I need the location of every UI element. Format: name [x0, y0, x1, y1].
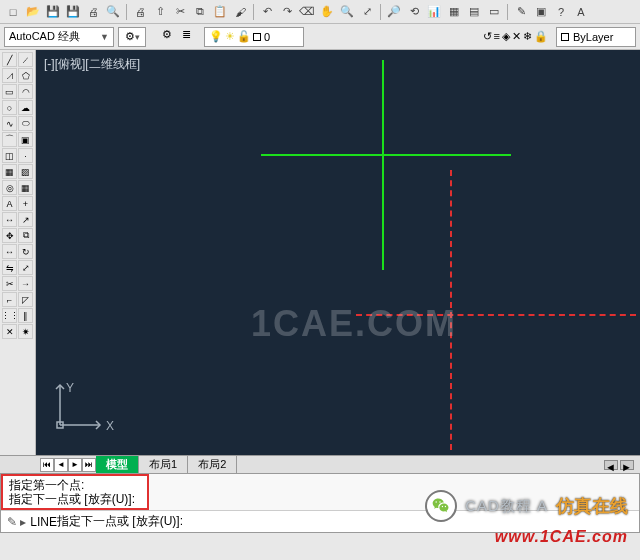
horizontal-scrollbar[interactable]: ◄ ► [604, 460, 634, 470]
print-button[interactable]: 🖨 [84, 3, 102, 21]
gear-button[interactable]: ⚙ [162, 28, 180, 46]
match-button[interactable]: 🖌 [231, 3, 249, 21]
new-button[interactable]: □ [4, 3, 22, 21]
print-preview-button[interactable]: 🔍 [104, 3, 122, 21]
erase-tool[interactable]: ✕ [2, 324, 17, 339]
overlay-branding: CAD教程 A 仿真在线 [425, 490, 628, 522]
open-button[interactable]: 📂 [24, 3, 42, 21]
rotate-tool[interactable]: ↻ [18, 244, 33, 259]
add-selected-tool[interactable]: + [18, 196, 33, 211]
layer-dropdown[interactable]: 💡 ☀ 🔓 0 [204, 27, 304, 47]
extend-tool[interactable]: → [18, 276, 33, 291]
tab-nav-last[interactable]: ⏭ [82, 458, 96, 472]
mtext-tool[interactable]: A [2, 196, 17, 211]
offset-tool[interactable]: ∥ [18, 308, 33, 323]
scale-tool[interactable]: ⤢ [18, 260, 33, 275]
undo-button[interactable]: ↶ [258, 3, 276, 21]
ellipse-tool[interactable]: ⬭ [18, 116, 33, 131]
linetype-label: ByLayer [573, 31, 613, 43]
insert-block-tool[interactable]: ▣ [18, 132, 33, 147]
erase-icon: ✕ [6, 327, 14, 337]
fillet-tool[interactable]: ⌐ [2, 292, 17, 307]
plot-button[interactable]: 🖨 [131, 3, 149, 21]
tab-nav-next[interactable]: ► [68, 458, 82, 472]
viewport-label[interactable]: [-][俯视][二维线框] [44, 56, 140, 73]
layer-freeze-button[interactable]: ❄ [523, 30, 532, 43]
spline-tool[interactable]: ∿ [2, 116, 17, 131]
save-as-icon: 💾 [66, 5, 80, 18]
ellipse-arc-tool[interactable]: ⌒ [2, 132, 17, 147]
layer-lock-button[interactable]: 🔒 [534, 30, 548, 43]
calculator-button[interactable]: ▣ [532, 3, 550, 21]
scroll-right-icon[interactable]: ► [620, 460, 634, 470]
redo-button[interactable]: ↷ [278, 3, 296, 21]
explode-tool[interactable]: ✷ [18, 324, 33, 339]
mirror-icon: ⇋ [6, 263, 14, 273]
trim-tool[interactable]: ✂ [2, 276, 17, 291]
polygon-tool[interactable]: ⬠ [18, 68, 33, 83]
scroll-left-icon[interactable]: ◄ [604, 460, 618, 470]
mirror-tool[interactable]: ⇋ [2, 260, 17, 275]
tab-nav-first[interactable]: ⏮ [40, 458, 54, 472]
arc-tool[interactable]: ◠ [18, 84, 33, 99]
arc-icon: ◠ [22, 87, 30, 97]
multileader-tool[interactable]: ↗ [18, 212, 33, 227]
layer-states-button[interactable]: ≡ [494, 30, 500, 43]
polyline-tool[interactable]: ⩘ [2, 68, 17, 83]
layer-manager-button[interactable]: ≣ [182, 28, 200, 46]
rectangle-tool[interactable]: ▭ [2, 84, 17, 99]
layout-tabs-bar: ⏮◄►⏭ 模型布局1布局2 ◄ ► [0, 455, 640, 473]
properties-button[interactable]: 📊 [425, 3, 443, 21]
ucs-icon: Y X [50, 375, 110, 437]
layer-prev-button[interactable]: ↺ [483, 30, 492, 43]
sheet-set-button[interactable]: ▭ [485, 3, 503, 21]
gear-icon: ⚙ [162, 28, 172, 40]
help-button[interactable]: ? [552, 3, 570, 21]
save-as-button[interactable]: 💾 [64, 3, 82, 21]
publish-button[interactable]: ⇧ [151, 3, 169, 21]
layout-tab-2[interactable]: 布局2 [188, 456, 237, 473]
copy-button[interactable]: ⧉ [191, 3, 209, 21]
line-tool[interactable]: ╱ [2, 52, 17, 67]
point-tool[interactable]: · [18, 148, 33, 163]
copy-tool[interactable]: ⧉ [18, 228, 33, 243]
workspace-dropdown[interactable]: AutoCAD 经典 ▼ [4, 27, 114, 47]
layer-iso-button[interactable]: ◈ [502, 30, 510, 43]
drawing-canvas[interactable]: [-][俯视][二维线框] 1CAE.COM Y X [36, 50, 640, 455]
undo-icon: ↶ [263, 5, 272, 18]
save-button[interactable]: 💾 [44, 3, 62, 21]
tool-palettes-button[interactable]: ▤ [465, 3, 483, 21]
tab-nav: ⏮◄►⏭ [40, 458, 96, 472]
move-tool[interactable]: ✥ [2, 228, 17, 243]
eraser-button[interactable]: ⌫ [298, 3, 316, 21]
hatch-tool[interactable]: ▦ [2, 164, 17, 179]
dimension-tool[interactable]: ↔ [2, 212, 17, 227]
text-style-button[interactable]: A [572, 3, 590, 21]
zoom-window-button[interactable]: 🔍 [338, 3, 356, 21]
zoom-prev-button[interactable]: ⟲ [405, 3, 423, 21]
cut-button[interactable]: ✂ [171, 3, 189, 21]
region-tool[interactable]: ◎ [2, 180, 17, 195]
tab-nav-prev[interactable]: ◄ [54, 458, 68, 472]
layout-tab-1[interactable]: 布局1 [139, 456, 188, 473]
paste-button[interactable]: 📋 [211, 3, 229, 21]
zoom-realtime-button[interactable]: 🔎 [385, 3, 403, 21]
gradient-tool[interactable]: ▨ [18, 164, 33, 179]
trim-icon: ✂ [6, 279, 14, 289]
circle-tool[interactable]: ○ [2, 100, 17, 115]
revision-cloud-tool[interactable]: ☁ [18, 100, 33, 115]
array-tool[interactable]: ⋮⋮ [2, 308, 17, 323]
make-block-tool[interactable]: ◫ [2, 148, 17, 163]
pan-button[interactable]: ✋ [318, 3, 336, 21]
construction-line-tool[interactable]: ⟋ [18, 52, 33, 67]
design-center-button[interactable]: ▦ [445, 3, 463, 21]
stretch-tool[interactable]: ↔ [2, 244, 17, 259]
workspace-settings-button[interactable]: ⚙ ▾ [118, 27, 146, 47]
table-tool[interactable]: ▦ [18, 180, 33, 195]
markup-button[interactable]: ✎ [512, 3, 530, 21]
layout-tab-0[interactable]: 模型 [96, 456, 139, 473]
linetype-dropdown[interactable]: ByLayer [556, 27, 636, 47]
layer-off-button[interactable]: ✕ [512, 30, 521, 43]
zoom-extents-button[interactable]: ⤢ [358, 3, 376, 21]
chamfer-tool[interactable]: ◸ [18, 292, 33, 307]
